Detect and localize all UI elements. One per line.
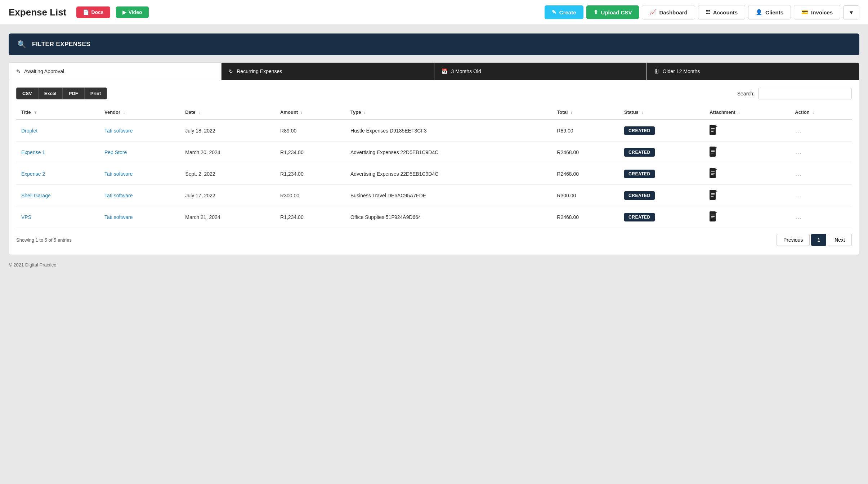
file-icon-1[interactable] xyxy=(710,147,717,157)
vendor-link-4[interactable]: Tati software xyxy=(104,214,133,220)
table-footer: Showing 1 to 5 of 5 entries Previous 1 N… xyxy=(16,228,852,247)
calendar-icon: 📅 xyxy=(442,68,448,74)
top-bar-left: Expense List 📄 Docs ▶ Video xyxy=(9,6,149,18)
cell-type-1: Advertising Expenses 22D5EB1C9D4C xyxy=(345,142,552,163)
cell-attachment-2 xyxy=(704,163,790,185)
cell-title-2: Expense 2 xyxy=(16,163,99,185)
cell-total-3: R300.00 xyxy=(552,185,619,206)
csv-button[interactable]: CSV xyxy=(16,88,38,99)
svg-marker-21 xyxy=(716,211,717,213)
previous-button[interactable]: Previous xyxy=(777,234,810,246)
cell-title-4: VPS xyxy=(16,206,99,228)
sort-attachment-icon: ↕ xyxy=(738,110,740,115)
cell-type-3: Business Travel DE6AC95A7FDE xyxy=(345,185,552,206)
title-link-2[interactable]: Expense 2 xyxy=(21,171,45,177)
action-menu-4[interactable]: … xyxy=(795,213,802,220)
pdf-button[interactable]: PDF xyxy=(63,88,84,99)
title-link-0[interactable]: Droplet xyxy=(21,128,37,134)
vendor-link-0[interactable]: Tati software xyxy=(104,128,133,134)
showing-text: Showing 1 to 5 of 5 entries xyxy=(16,237,72,243)
cell-action-3: … xyxy=(790,185,852,206)
file-icon-0[interactable] xyxy=(710,125,717,135)
recurring-icon: ↻ xyxy=(229,68,233,74)
footer: © 2021 Digital Practice xyxy=(0,255,868,275)
col-date[interactable]: Date ↕ xyxy=(180,105,275,120)
cell-date-1: March 20, 2024 xyxy=(180,142,275,163)
col-status[interactable]: Status ↕ xyxy=(619,105,704,120)
status-badge-2: CREATED xyxy=(624,170,655,178)
video-button[interactable]: ▶ Video xyxy=(116,6,149,18)
action-menu-1[interactable]: … xyxy=(795,148,802,156)
docs-button[interactable]: 📄 Docs xyxy=(76,6,110,18)
cell-attachment-1 xyxy=(704,142,790,163)
search-input[interactable] xyxy=(758,88,852,99)
sort-total-icon: ↕ xyxy=(571,110,573,115)
cell-title-3: Shell Garage xyxy=(16,185,99,206)
search-label: Search: xyxy=(737,91,755,97)
title-link-3[interactable]: Shell Garage xyxy=(21,193,51,198)
file-icon-3[interactable] xyxy=(710,190,717,200)
vendor-link-2[interactable]: Tati software xyxy=(104,171,133,177)
file-icon-4[interactable] xyxy=(710,211,717,221)
video-icon: ▶ xyxy=(122,9,126,15)
cell-vendor-1: Pep Store xyxy=(99,142,180,163)
cell-status-0: CREATED xyxy=(619,120,704,142)
col-total[interactable]: Total ↕ xyxy=(552,105,619,120)
cell-vendor-3: Tati software xyxy=(99,185,180,206)
print-button[interactable]: Print xyxy=(84,88,107,99)
tab-older-12-months[interactable]: 🗄 Older 12 Months xyxy=(647,63,859,80)
dashboard-button[interactable]: 📈 Dashboard xyxy=(642,5,695,19)
upload-csv-button[interactable]: ⬆ Upload CSV xyxy=(586,5,639,19)
clients-button[interactable]: 👤 Clients xyxy=(748,5,791,19)
cell-attachment-4 xyxy=(704,206,790,228)
archive-icon: 🗄 xyxy=(654,68,659,74)
action-menu-2[interactable]: … xyxy=(795,170,802,177)
pagination: Previous 1 Next xyxy=(777,234,852,246)
page-1-button[interactable]: 1 xyxy=(811,234,826,246)
expenses-table: Title ▼ Vendor ↕ Date ↕ Amount ↕ Type ↕ … xyxy=(16,105,852,228)
filter-bar: 🔍 FILTER EXPENSES xyxy=(9,33,859,55)
table-row: Shell Garage Tati software July 17, 2022… xyxy=(16,185,852,206)
cell-date-0: July 18, 2022 xyxy=(180,120,275,142)
cell-type-4: Office Supplies 51F924A9D664 xyxy=(345,206,552,228)
title-link-1[interactable]: Expense 1 xyxy=(21,149,45,155)
invoices-button[interactable]: 💳 Invoices xyxy=(794,5,840,19)
tab-awaiting-approval[interactable]: ✎ Awaiting Approval xyxy=(9,63,222,80)
page-title: Expense List xyxy=(9,7,66,18)
status-badge-4: CREATED xyxy=(624,213,655,221)
tab-3-months-old[interactable]: 📅 3 Months Old xyxy=(434,63,647,80)
accounts-button[interactable]: ☷ Accounts xyxy=(698,5,745,19)
action-menu-0[interactable]: … xyxy=(795,127,802,134)
col-vendor[interactable]: Vendor ↕ xyxy=(99,105,180,120)
vendor-link-3[interactable]: Tati software xyxy=(104,193,133,198)
col-action[interactable]: Action ↕ xyxy=(790,105,852,120)
col-type[interactable]: Type ↕ xyxy=(345,105,552,120)
cell-title-0: Droplet xyxy=(16,120,99,142)
vendor-link-1[interactable]: Pep Store xyxy=(104,149,127,155)
file-icon-2[interactable] xyxy=(710,168,717,178)
accounts-icon: ☷ xyxy=(706,9,710,15)
dashboard-icon: 📈 xyxy=(649,9,656,15)
excel-button[interactable]: Excel xyxy=(38,88,63,99)
cell-status-4: CREATED xyxy=(619,206,704,228)
cell-amount-2: R1,234.00 xyxy=(275,163,345,185)
top-bar-right: ✎ Create ⬆ Upload CSV 📈 Dashboard ☷ Acco… xyxy=(545,5,859,19)
svg-marker-6 xyxy=(716,147,717,148)
table-controls: CSV Excel PDF Print Search: xyxy=(16,88,852,99)
col-attachment[interactable]: Attachment ↕ xyxy=(704,105,790,120)
next-button[interactable]: Next xyxy=(828,234,852,246)
more-dropdown-button[interactable]: ▼ xyxy=(843,5,859,19)
cell-date-3: July 17, 2022 xyxy=(180,185,275,206)
col-title[interactable]: Title ▼ xyxy=(16,105,99,120)
search-area: Search: xyxy=(737,88,852,99)
title-link-4[interactable]: VPS xyxy=(21,214,31,220)
col-amount[interactable]: Amount ↕ xyxy=(275,105,345,120)
tab-recurring-expenses[interactable]: ↻ Recurring Expenses xyxy=(222,63,434,80)
action-menu-3[interactable]: … xyxy=(795,192,802,199)
edit-icon: ✎ xyxy=(16,68,21,74)
status-badge-3: CREATED xyxy=(624,191,655,200)
cell-total-2: R2468.00 xyxy=(552,163,619,185)
table-body: Droplet Tati software July 18, 2022 R89.… xyxy=(16,120,852,228)
svg-marker-16 xyxy=(716,190,717,192)
create-button[interactable]: ✎ Create xyxy=(545,5,583,19)
